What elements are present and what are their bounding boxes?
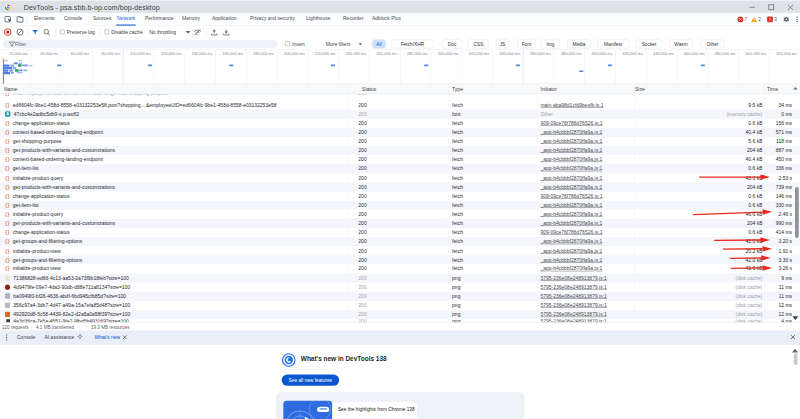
svg-text:7: 7 xyxy=(745,17,748,22)
svg-text:3: 3 xyxy=(774,17,777,22)
svg-text:2: 2 xyxy=(758,17,761,22)
